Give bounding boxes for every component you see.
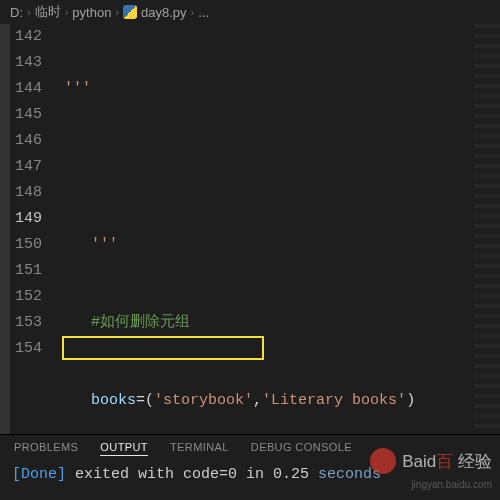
code-text: =( <box>136 392 154 409</box>
chevron-right-icon: › <box>27 6 31 18</box>
code-text: ''' <box>64 236 118 253</box>
code-text: 'storybook' <box>154 392 253 409</box>
code-text: ) <box>406 392 415 409</box>
breadcrumb-seg[interactable]: D: <box>10 5 23 20</box>
code-comment: #如何删除元组 <box>91 314 190 331</box>
code-text: ''' <box>64 80 91 97</box>
chevron-right-icon: › <box>191 6 195 18</box>
watermark-url: jingyan.baidu.com <box>411 479 492 490</box>
output-status: [Done] <box>12 466 66 483</box>
watermark-text: Baid百 经验 <box>402 450 492 473</box>
code-editor[interactable]: 142 143 144 145 146 147 148 149 150 151 … <box>0 24 500 434</box>
tab-terminal[interactable]: TERMINAL <box>170 441 229 456</box>
breadcrumb-file[interactable]: day8.py <box>141 5 187 20</box>
breadcrumb-seg[interactable]: 临时 <box>35 3 61 21</box>
watermark: Baid百 经验 <box>370 448 492 474</box>
breadcrumb[interactable]: D: › 临时 › python › day8.py › ... <box>0 0 500 24</box>
output-text: exited with code=0 in 0.25 <box>66 466 309 483</box>
activity-bar[interactable] <box>0 24 10 434</box>
breadcrumb-seg[interactable]: python <box>72 5 111 20</box>
minimap[interactable] <box>474 24 500 434</box>
baidu-paw-icon <box>370 448 396 474</box>
code-text: 'Literary books' <box>262 392 406 409</box>
code-text: , <box>253 392 262 409</box>
tab-problems[interactable]: PROBLEMS <box>14 441 78 456</box>
chevron-right-icon: › <box>115 6 119 18</box>
code-area[interactable]: ''' ''' #如何删除元组 books=('storybook','Lite… <box>56 24 500 434</box>
tab-output[interactable]: OUTPUT <box>100 441 148 456</box>
breadcrumb-more[interactable]: ... <box>198 5 209 20</box>
code-text: books <box>91 392 136 409</box>
chevron-right-icon: › <box>65 6 69 18</box>
python-file-icon <box>123 5 137 19</box>
tab-debug-console[interactable]: DEBUG CONSOLE <box>251 441 352 456</box>
